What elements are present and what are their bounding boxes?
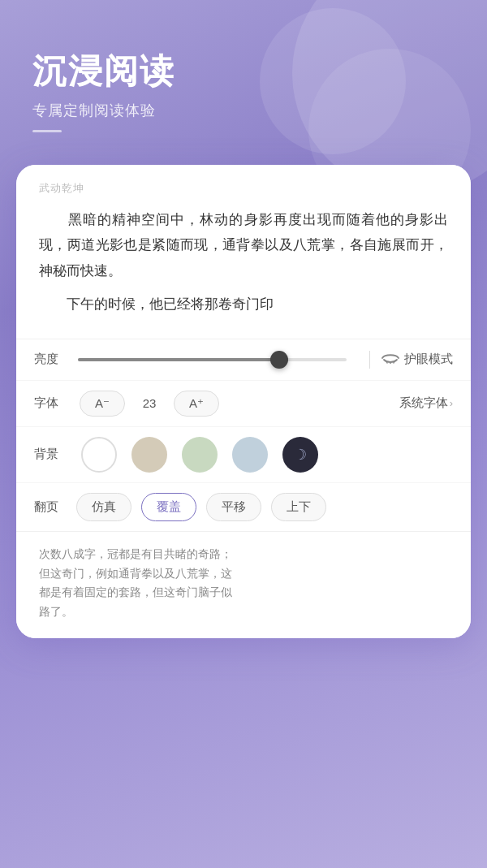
reading-content: 黑暗的精神空间中，林动的身影再度出现而随着他的身影出现，两道光影也是紧随而现，通…: [39, 207, 448, 317]
brightness-row: 亮度 护眼模式: [16, 339, 471, 381]
bg-cream-option[interactable]: [131, 437, 167, 473]
svg-line-2: [394, 361, 394, 363]
font-system-label: 系统字体: [399, 395, 448, 411]
pageturn-cover-button[interactable]: 覆盖: [141, 493, 196, 521]
bottom-para-blurred: 次数八成字，冠都是有目共睹的奇路；但这奇门，例如通背拳以及八荒掌，这都是有着固定…: [39, 545, 448, 622]
font-system-selector[interactable]: 系统字体 ›: [399, 395, 453, 411]
eye-mode-label: 护眼模式: [404, 352, 453, 367]
pageturn-label: 翻页: [34, 499, 67, 515]
slider-fill: [78, 358, 279, 361]
svg-line-0: [386, 361, 387, 363]
eye-mode-control[interactable]: 护眼模式: [381, 351, 453, 368]
brightness-label: 亮度: [34, 352, 67, 367]
chevron-right-icon: ›: [450, 397, 453, 409]
reading-para-1: 黑暗的精神空间中，林动的身影再度出现而随着他的身影出现，两道光影也是紧随而现，通…: [39, 207, 448, 283]
bg-white-option[interactable]: [81, 437, 117, 473]
pageturn-scroll-button[interactable]: 上下: [271, 493, 326, 521]
bg-label: 背景: [34, 447, 67, 462]
pageturn-slide-button[interactable]: 平移: [206, 493, 261, 521]
background-row: 背景 ☽: [16, 427, 471, 483]
slider-track: [78, 358, 347, 361]
book-title: 武动乾坤: [39, 181, 448, 196]
main-card: 武动乾坤 黑暗的精神空间中，林动的身影再度出现而随着他的身影出现，两道光影也是紧…: [16, 165, 471, 638]
brightness-slider[interactable]: [78, 358, 347, 361]
bg-green-option[interactable]: [182, 437, 218, 473]
font-size-value: 23: [138, 396, 161, 410]
bottom-reading-area: 次数八成字，冠都是有目共睹的奇路；但这奇门，例如通背拳以及八荒掌，这都是有着固定…: [16, 531, 471, 638]
bg-dark-option[interactable]: ☽: [282, 437, 318, 473]
pageturn-row: 翻页 仿真 覆盖 平移 上下: [16, 483, 471, 531]
font-increase-button[interactable]: A⁺: [174, 391, 219, 417]
bg-blue-option[interactable]: [232, 437, 268, 473]
header-divider: [32, 130, 62, 132]
font-row: 字体 A⁻ 23 A⁺ 系统字体 ›: [16, 381, 471, 427]
reading-area: 武动乾坤 黑暗的精神空间中，林动的身影再度出现而随着他的身影出现，两道光影也是紧…: [16, 165, 471, 339]
reading-para-2: 下午的时候，他已经将那卷奇门印: [39, 291, 448, 317]
page-title: 沉浸阅读: [32, 49, 455, 94]
header: 沉浸阅读 专属定制阅读体验: [0, 0, 487, 157]
bottom-content: 次数八成字，冠都是有目共睹的奇路；但这奇门，例如通背拳以及八荒掌，这都是有着固定…: [39, 545, 448, 622]
page-subtitle: 专属定制阅读体验: [32, 101, 455, 120]
slider-thumb[interactable]: [270, 351, 288, 369]
moon-icon: ☽: [294, 446, 307, 464]
font-decrease-button[interactable]: A⁻: [80, 391, 125, 417]
eye-icon: [381, 351, 399, 368]
divider: [369, 351, 370, 369]
font-label: 字体: [34, 395, 67, 411]
pageturn-simulated-button[interactable]: 仿真: [76, 493, 131, 521]
controls-panel: 亮度 护眼模式: [16, 339, 471, 531]
